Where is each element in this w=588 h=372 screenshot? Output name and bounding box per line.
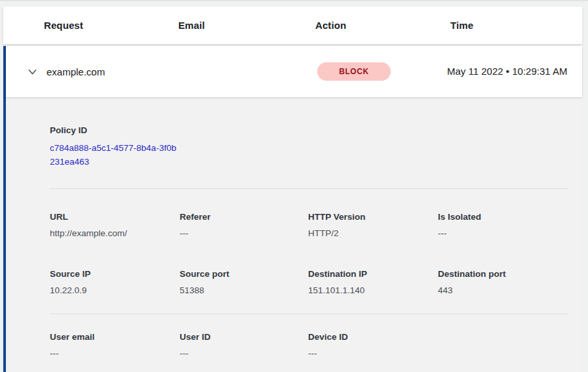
detail-field-user-email: User email --- bbox=[50, 332, 180, 358]
divider bbox=[50, 188, 569, 189]
column-header-time: Time bbox=[450, 20, 582, 31]
detail-field-empty bbox=[438, 332, 569, 358]
time-cell: May 11 2022 • 10:29:31 AM bbox=[447, 64, 578, 79]
detail-row-network: Source IP 10.22.0.9 Source port 51388 De… bbox=[50, 269, 569, 295]
field-value: HTTP/2 bbox=[308, 228, 438, 238]
field-label: Source IP bbox=[50, 269, 180, 279]
detail-field-source-ip: Source IP 10.22.0.9 bbox=[50, 269, 180, 295]
detail-row-user: User email --- User ID --- Device ID --- bbox=[50, 332, 569, 358]
field-value: --- bbox=[308, 348, 438, 358]
field-value: --- bbox=[50, 348, 180, 358]
field-label: Source port bbox=[180, 269, 308, 279]
detail-field-url: URL http://example.com/ bbox=[50, 212, 180, 238]
action-cell: BLOCK bbox=[312, 62, 447, 81]
field-label: Referer bbox=[180, 212, 308, 222]
log-detail-panel: Policy ID c784a888-a5c1-4577-8b4a-3f0b23… bbox=[6, 97, 582, 372]
column-header-email: Email bbox=[178, 20, 315, 31]
field-label: Destination port bbox=[438, 269, 569, 279]
detail-field-user-id: User ID --- bbox=[180, 332, 308, 358]
log-row[interactable]: example.com BLOCK May 11 2022 • 10:29:31… bbox=[6, 46, 582, 97]
detail-field-destination-ip: Destination IP 151.101.1.140 bbox=[308, 269, 438, 295]
divider bbox=[50, 314, 569, 314]
field-value: 51388 bbox=[180, 285, 308, 295]
column-header-action: Action bbox=[315, 20, 450, 31]
field-label: User email bbox=[50, 332, 180, 342]
field-label: URL bbox=[50, 212, 180, 222]
field-value: 10.22.0.9 bbox=[50, 285, 180, 295]
detail-field-device-id: Device ID --- bbox=[308, 332, 438, 358]
field-label: Destination IP bbox=[308, 269, 438, 279]
expanded-log-row: example.com BLOCK May 11 2022 • 10:29:31… bbox=[3, 46, 582, 372]
log-table-header: Request Email Action Time bbox=[3, 7, 582, 44]
detail-field-is-isolated: Is Isolated --- bbox=[438, 212, 569, 238]
field-label: Is Isolated bbox=[438, 212, 569, 222]
field-label: User ID bbox=[180, 332, 308, 342]
detail-field-referer: Referer --- bbox=[180, 212, 308, 238]
request-cell[interactable]: example.com bbox=[27, 66, 178, 77]
policy-id-block: Policy ID c784a888-a5c1-4577-8b4a-3f0b23… bbox=[50, 125, 569, 169]
policy-id-label: Policy ID bbox=[50, 125, 569, 135]
detail-row-url: URL http://example.com/ Referer --- HTTP… bbox=[50, 212, 569, 238]
field-label: Device ID bbox=[308, 332, 438, 342]
field-value: 151.101.1.140 bbox=[308, 285, 438, 295]
field-value: --- bbox=[438, 228, 569, 238]
policy-id-link[interactable]: c784a888-a5c1-4577-8b4a-3f0b231ea463 bbox=[50, 141, 178, 169]
detail-field-http-version: HTTP Version HTTP/2 bbox=[308, 212, 438, 238]
page-top-edge bbox=[0, 0, 588, 1]
field-label: HTTP Version bbox=[308, 212, 438, 222]
chevron-down-icon[interactable] bbox=[27, 66, 38, 77]
request-hostname: example.com bbox=[47, 66, 105, 77]
detail-field-destination-port: Destination port 443 bbox=[438, 269, 569, 295]
field-value: --- bbox=[180, 228, 308, 238]
field-value: --- bbox=[180, 348, 308, 358]
detail-field-source-port: Source port 51388 bbox=[180, 269, 308, 295]
column-header-request: Request bbox=[44, 20, 178, 31]
field-value: 443 bbox=[438, 285, 569, 295]
action-block-badge: BLOCK bbox=[317, 62, 391, 81]
field-value: http://example.com/ bbox=[50, 228, 180, 238]
